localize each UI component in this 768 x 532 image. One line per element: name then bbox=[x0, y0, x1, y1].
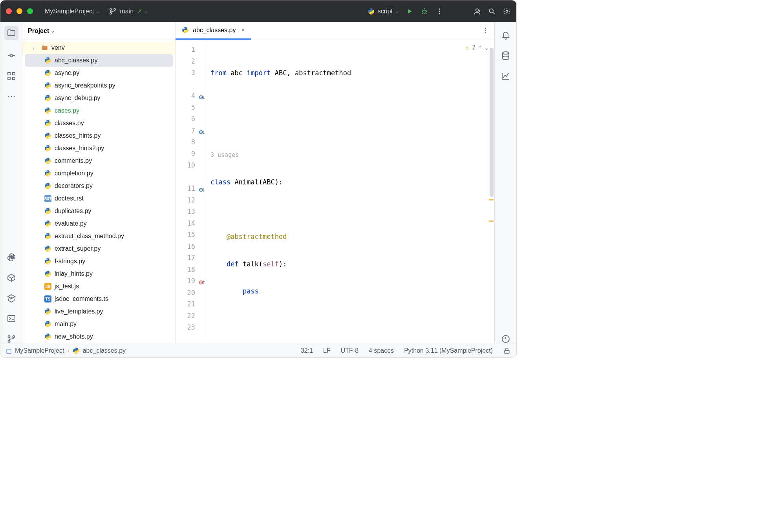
tree-file[interactable]: inlay_hints.py bbox=[22, 268, 175, 280]
indent-settings[interactable]: 4 spaces bbox=[369, 347, 394, 354]
svg-point-25 bbox=[201, 131, 202, 133]
file-name: decorators.py bbox=[55, 182, 93, 189]
run-button[interactable] bbox=[406, 7, 413, 15]
file-name: completion.py bbox=[55, 170, 93, 177]
svg-point-2 bbox=[110, 12, 112, 14]
python-icon bbox=[44, 270, 51, 277]
implementations-down-icon[interactable] bbox=[199, 93, 205, 99]
editor-tab-active[interactable]: abc_classes.py × bbox=[176, 22, 251, 40]
problems-tool-button[interactable] bbox=[501, 334, 510, 344]
python-icon bbox=[182, 27, 189, 34]
zoom-window-button[interactable] bbox=[27, 8, 33, 14]
module-icon: ▢ bbox=[6, 347, 12, 355]
python-console-tool-button[interactable] bbox=[7, 253, 16, 262]
breadcrumb-separator: › bbox=[67, 347, 69, 354]
svg-point-0 bbox=[110, 8, 112, 10]
svg-rect-11 bbox=[8, 73, 10, 75]
python-icon bbox=[73, 347, 80, 354]
file-name: extract_super.py bbox=[55, 245, 101, 252]
inspection-widget[interactable]: ⚠ 2 ⌃ ⌄ bbox=[465, 44, 488, 51]
breadcrumb-project[interactable]: MySampleProject bbox=[15, 347, 64, 354]
right-tool-rail bbox=[494, 22, 516, 344]
error-stripe-mark[interactable] bbox=[489, 199, 494, 200]
terminal-tool-button[interactable] bbox=[7, 314, 16, 323]
structure-tool-button[interactable] bbox=[7, 71, 16, 81]
implementations-down-icon[interactable] bbox=[199, 185, 205, 191]
project-header-label: Project bbox=[28, 27, 49, 35]
window-controls bbox=[6, 8, 33, 14]
gutter[interactable]: 1234567891011121314151617181920212223 bbox=[176, 40, 207, 344]
commit-tool-button[interactable] bbox=[7, 51, 16, 60]
sciview-tool-button[interactable] bbox=[501, 71, 510, 81]
project-tool-button[interactable] bbox=[4, 26, 18, 40]
svg-point-21 bbox=[485, 31, 486, 33]
editor-tabs: abc_classes.py × bbox=[176, 22, 494, 40]
code-with-me-icon[interactable] bbox=[473, 7, 481, 15]
error-stripe-mark[interactable] bbox=[489, 220, 494, 222]
chevron-right-icon: › bbox=[33, 45, 38, 51]
implementations-down-icon[interactable] bbox=[199, 128, 205, 134]
svg-rect-13 bbox=[8, 77, 10, 80]
database-tool-button[interactable] bbox=[501, 51, 510, 60]
scrollbar-thumb[interactable] bbox=[490, 48, 494, 197]
vcs-branch-widget[interactable]: main ↗ ⌵ bbox=[109, 7, 148, 15]
folder-name: venv bbox=[51, 44, 65, 51]
editor: abc_classes.py × 12345678910111213141516… bbox=[176, 22, 494, 344]
usages-hint[interactable]: 3 usages bbox=[210, 149, 494, 161]
services-tool-button[interactable] bbox=[7, 293, 16, 303]
tree-file[interactable]: new_shots.py bbox=[22, 330, 175, 343]
svg-point-7 bbox=[476, 9, 479, 11]
override-up-icon[interactable] bbox=[199, 278, 205, 284]
svg-point-9 bbox=[506, 10, 508, 12]
notifications-tool-button[interactable] bbox=[501, 31, 510, 40]
file-encoding[interactable]: UTF-8 bbox=[341, 347, 358, 354]
svg-point-6 bbox=[439, 13, 440, 14]
chevron-down-icon: ⌵ bbox=[51, 28, 54, 34]
project-selector[interactable]: MySampleProject ⌵ bbox=[45, 8, 99, 15]
vcs-tool-button[interactable] bbox=[7, 334, 16, 344]
file-name: classes_hints2.py bbox=[55, 145, 104, 152]
svg-point-20 bbox=[485, 29, 486, 31]
file-name: live_templates.py bbox=[55, 308, 103, 315]
settings-icon[interactable] bbox=[503, 7, 511, 15]
editor-body[interactable]: 1234567891011121314151617181920212223 ⚠ … bbox=[176, 40, 494, 344]
close-tab-icon[interactable]: × bbox=[241, 27, 245, 34]
tab-filename: abc_classes.py bbox=[193, 27, 236, 34]
code-area[interactable]: ⚠ 2 ⌃ ⌄ from abc import ABC, abstractmet… bbox=[207, 40, 494, 344]
more-actions-button[interactable] bbox=[435, 7, 443, 15]
more-tools-button[interactable]: ⋯ bbox=[7, 92, 16, 101]
search-everywhere-icon[interactable] bbox=[488, 7, 496, 15]
project-view-selector[interactable]: Project ⌵ bbox=[22, 22, 175, 40]
file-name: classes_hints.py bbox=[55, 132, 101, 139]
minimize-window-button[interactable] bbox=[16, 8, 22, 14]
svg-point-1 bbox=[114, 8, 115, 10]
navbar-breadcrumbs[interactable]: ▢ MySampleProject › abc_classes.py bbox=[6, 347, 126, 355]
file-name: f-strings.py bbox=[55, 258, 85, 265]
line-separator[interactable]: LF bbox=[323, 347, 331, 354]
svg-point-19 bbox=[485, 27, 486, 29]
python-interpreter[interactable]: Python 3.11 (MySampleProject) bbox=[404, 347, 493, 354]
python-icon bbox=[368, 8, 375, 15]
next-highlight-icon[interactable]: ⌄ bbox=[485, 45, 488, 51]
file-name: duplicates.py bbox=[55, 208, 91, 215]
svg-point-17 bbox=[13, 336, 15, 338]
breadcrumb-file[interactable]: abc_classes.py bbox=[83, 347, 126, 354]
file-name: evaluate.py bbox=[55, 220, 87, 227]
file-name: classes.py bbox=[55, 120, 84, 127]
svg-point-5 bbox=[439, 11, 440, 12]
svg-point-29 bbox=[201, 282, 202, 283]
prev-highlight-icon[interactable]: ⌃ bbox=[479, 45, 482, 51]
svg-point-27 bbox=[201, 189, 202, 191]
run-configuration-selector[interactable]: script ⌵ bbox=[368, 8, 399, 15]
caret-position[interactable]: 32:1 bbox=[301, 347, 313, 354]
warning-icon: ⚠ bbox=[465, 44, 469, 51]
branch-icon bbox=[109, 7, 117, 15]
lock-icon[interactable] bbox=[503, 347, 511, 355]
close-window-button[interactable] bbox=[6, 8, 12, 14]
tab-more-actions[interactable] bbox=[482, 27, 494, 35]
python-packages-tool-button[interactable] bbox=[7, 273, 16, 282]
project-tree[interactable]: › venv abc_classes.pyasync.pyasync_break… bbox=[22, 40, 175, 344]
file-name: async_debug.py bbox=[55, 95, 101, 102]
debug-button[interactable] bbox=[421, 7, 428, 15]
file-name: js_test.js bbox=[55, 283, 79, 290]
